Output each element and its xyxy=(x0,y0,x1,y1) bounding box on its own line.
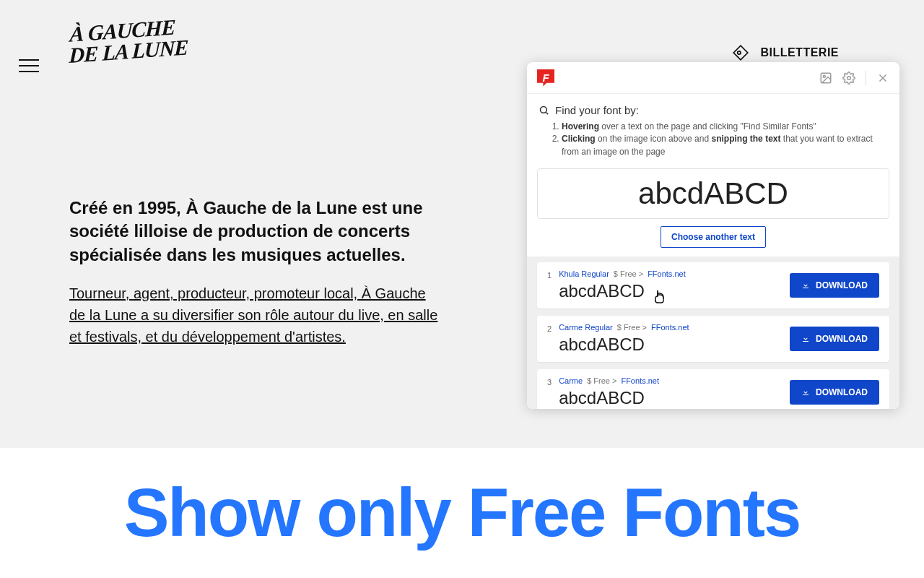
instruction-1: Hovering over a text on the page and cli… xyxy=(562,121,888,133)
download-icon xyxy=(801,335,810,343)
site-logo[interactable]: À GAUCHE DE LA LUNE xyxy=(69,16,189,66)
font-name-link[interactable]: Khula Regular xyxy=(559,269,609,278)
promo-banner: Show only Free Fonts xyxy=(0,448,924,578)
gear-icon[interactable] xyxy=(842,72,855,85)
font-source-link[interactable]: FFonts.net xyxy=(651,323,689,332)
sample-text-display: abcdABCD xyxy=(537,168,889,219)
font-name-link[interactable]: Carme xyxy=(559,376,583,385)
result-card[interactable]: 2 Carme Regular $ Free > FFonts.net abcd… xyxy=(537,316,889,362)
banner-text: Show only Free Fonts xyxy=(124,474,801,552)
main-content: Créé en 1995, À Gauche de la Lune est un… xyxy=(69,197,445,348)
subheadline-text: Tourneur, agent, producteur, promoteur l… xyxy=(69,282,445,348)
result-card[interactable]: 1 Khula Regular $ Free > FFonts.net abcd… xyxy=(537,262,889,309)
download-button[interactable]: DOWNLOAD xyxy=(790,327,879,351)
result-card[interactable]: 3 Carme $ Free > FFonts.net abcdABCD DOW… xyxy=(537,369,889,409)
menu-button[interactable] xyxy=(19,55,39,77)
svg-point-3 xyxy=(541,107,547,113)
download-label: DOWNLOAD xyxy=(816,334,868,344)
instruction-2: Clicking on the image icon above and sni… xyxy=(562,133,888,158)
results-list[interactable]: 1 Khula Regular $ Free > FFonts.net abcd… xyxy=(527,256,899,409)
font-sample: abcdABCD xyxy=(559,281,686,301)
font-source-link[interactable]: FFonts.net xyxy=(621,376,659,385)
billetterie-link[interactable]: BILLETTERIE xyxy=(731,43,839,62)
svg-point-2 xyxy=(847,76,851,79)
font-price: $ Free > xyxy=(587,376,616,385)
font-sample: abcdABCD xyxy=(559,335,689,355)
billetterie-label: BILLETTERIE xyxy=(760,46,839,59)
extension-logo-icon: F xyxy=(537,69,554,87)
svg-point-1 xyxy=(823,75,825,77)
ticket-icon xyxy=(731,43,750,62)
find-title: Find your font by: xyxy=(539,104,888,116)
image-icon[interactable] xyxy=(819,72,832,85)
font-price: $ Free > xyxy=(617,323,647,332)
panel-header: F xyxy=(527,62,899,94)
choose-another-text-button[interactable]: Choose another text xyxy=(661,226,766,248)
font-name-link[interactable]: Carme Regular xyxy=(559,323,613,332)
result-index: 3 xyxy=(547,378,552,408)
download-button[interactable]: DOWNLOAD xyxy=(790,380,879,405)
font-finder-panel: F Find your font by: Hovering over a tex… xyxy=(527,62,899,409)
download-icon xyxy=(801,388,810,397)
download-icon xyxy=(801,281,810,290)
font-source-link[interactable]: FFonts.net xyxy=(648,269,686,278)
result-index: 1 xyxy=(547,271,552,301)
result-index: 2 xyxy=(547,324,552,355)
download-button[interactable]: DOWNLOAD xyxy=(790,273,879,298)
instructions-block: Find your font by: Hovering over a text … xyxy=(527,94,899,164)
font-price: $ Free > xyxy=(614,269,643,278)
download-label: DOWNLOAD xyxy=(816,387,868,397)
find-title-text: Find your font by: xyxy=(555,104,639,116)
font-sample: abcdABCD xyxy=(559,388,659,408)
download-label: DOWNLOAD xyxy=(816,280,868,290)
close-icon[interactable] xyxy=(876,72,889,85)
header-divider xyxy=(866,71,866,85)
headline-text: Créé en 1995, À Gauche de la Lune est un… xyxy=(69,197,445,267)
search-icon xyxy=(539,105,549,116)
